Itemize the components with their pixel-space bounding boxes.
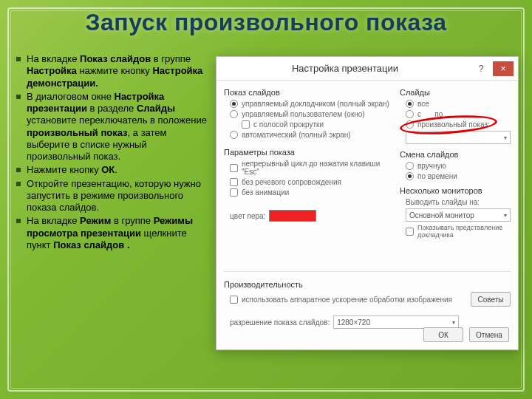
group-slides: Слайды [400, 88, 511, 97]
monitor-label: Выводить слайды на: [406, 198, 511, 206]
radio-manual[interactable] [406, 162, 414, 170]
group-show-type: Показ слайдов [224, 88, 394, 97]
list-item: На вкладке Показ слайдов в группе Настро… [16, 53, 212, 89]
radio-all[interactable] [406, 100, 414, 108]
radio-presenter[interactable] [230, 100, 238, 108]
settings-dialog: Настройка презентации ? × Показ слайдов … [216, 56, 519, 350]
check-scrollbar[interactable] [242, 120, 250, 129]
check-no-narration[interactable] [230, 178, 238, 186]
check-loop[interactable] [230, 164, 238, 172]
list-item: Откройте презентацию, которую нужно запу… [16, 178, 212, 214]
group-options: Параметры показа [224, 148, 394, 157]
radio-timed[interactable] [406, 172, 414, 180]
check-hw-accel[interactable] [230, 296, 238, 304]
list-item: На вкладке Режим в группе Режимы просмот… [16, 215, 212, 251]
help-button[interactable]: ? [471, 61, 491, 76]
radio-kiosk[interactable] [230, 131, 238, 139]
radio-browsed[interactable] [230, 110, 238, 118]
cancel-button[interactable]: Отмена [469, 327, 509, 342]
tips-button[interactable]: Советы [471, 292, 511, 307]
dialog-titlebar: Настройка презентации ? × [216, 57, 518, 81]
slide-title: Запуск произвольного показа [0, 9, 532, 36]
group-monitors: Несколько мониторов [400, 186, 511, 195]
bullet-list: На вкладке Показ слайдов в группе Настро… [16, 53, 212, 253]
ok-button[interactable]: ОК [423, 327, 463, 342]
group-performance: Производительность [224, 280, 511, 289]
close-button[interactable]: × [493, 61, 514, 76]
list-item: В диалоговом окне Настройка презентации … [16, 91, 212, 163]
check-presenter-view[interactable] [406, 228, 414, 236]
pen-color-picker[interactable] [269, 210, 316, 222]
resolution-label: разрешение показа слайдов: [230, 318, 330, 327]
dialog-title: Настройка презентации [221, 63, 469, 74]
pen-color-label: цвет пера: [230, 212, 265, 220]
group-advance: Смена слайдов [400, 150, 511, 159]
monitor-dropdown[interactable]: Основной монитор▾ [406, 208, 511, 222]
radio-range[interactable] [406, 110, 414, 118]
list-item: Нажмите кнопку ОК. [16, 164, 212, 176]
check-no-animation[interactable] [230, 188, 238, 197]
